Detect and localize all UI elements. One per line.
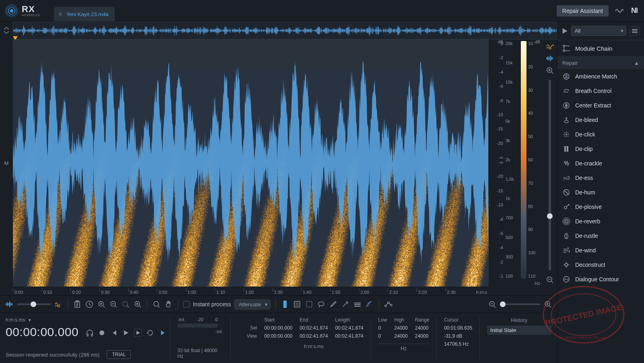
amplitude-scale: dB 0-2-4-6-8-10-15-20-∞ -∞-20-15-10-8-6-… — [489, 39, 505, 287]
module-breath-control[interactable]: Breath Control — [557, 84, 644, 98]
spectro-mode-icon[interactable] — [54, 300, 63, 309]
module-deconstruct[interactable]: Deconstruct — [557, 258, 644, 272]
module-de-hum[interactable]: De-hum — [557, 185, 644, 200]
module-de-rustle[interactable]: De-rustle — [557, 229, 644, 243]
loop-icon[interactable] — [146, 329, 154, 337]
transport-panel: h:m:s.ms ▼ 00:00:00.000 — [0, 313, 557, 363]
svg-rect-29 — [306, 301, 312, 307]
svg-rect-6 — [549, 57, 549, 60]
svg-rect-16 — [10, 303, 11, 306]
trial-button[interactable]: TRIAL — [107, 350, 131, 359]
module-de-clip[interactable]: De-clip — [557, 142, 644, 156]
skip-back-icon[interactable] — [110, 329, 118, 337]
mix-slider[interactable] — [17, 303, 51, 305]
cursor-info: Cursor 00:01:08.635 -31,9 dB 14706,5 Hz — [444, 317, 472, 359]
preview-play-icon[interactable] — [561, 28, 568, 34]
rect-select-tool-icon[interactable] — [293, 300, 301, 309]
svg-rect-17 — [12, 303, 12, 305]
logo-text-sub: ADVANCED — [22, 14, 40, 16]
module-de-reverb[interactable]: De-reverb — [557, 214, 644, 229]
record-icon[interactable] — [98, 329, 106, 337]
channel-label: M — [0, 39, 13, 287]
vertical-zoom-slider[interactable] — [549, 80, 551, 270]
headphone-icon[interactable] — [86, 329, 94, 337]
instant-process-mode-select[interactable]: Attenuate — [234, 299, 270, 309]
svg-rect-45 — [567, 146, 568, 152]
time-format-select[interactable]: h:m:s.ms — [6, 317, 25, 323]
hand-tool-icon[interactable] — [164, 300, 173, 309]
zoom-in-icon[interactable] — [97, 300, 106, 309]
rx-logo-icon — [5, 4, 19, 18]
close-icon[interactable]: ✕ — [58, 11, 63, 17]
brush-tool-icon[interactable] — [329, 300, 338, 309]
waveform-view-icon[interactable] — [545, 54, 554, 63]
svg-rect-9 — [552, 58, 553, 59]
zoom-fit-icon[interactable] — [133, 300, 142, 309]
instant-process-checkbox[interactable] — [183, 301, 190, 307]
zoom-selection-icon[interactable] — [121, 300, 130, 309]
svg-rect-28 — [295, 303, 299, 306]
clipboard-icon[interactable] — [73, 300, 82, 309]
module-de-wind[interactable]: De-wind — [557, 243, 644, 258]
time-select-tool-icon[interactable] — [281, 300, 289, 309]
module-ambience-match[interactable]: Ambience Match — [557, 69, 644, 84]
spectrogram-display[interactable] — [13, 39, 489, 287]
overview-toggle[interactable] — [0, 22, 13, 39]
module-center-extract[interactable]: Center Extract — [557, 98, 644, 113]
de-plosive-icon — [562, 203, 570, 211]
svg-rect-7 — [550, 56, 551, 61]
svg-point-36 — [99, 330, 104, 335]
zoom-in-vert-icon[interactable] — [545, 66, 554, 75]
wave-icon[interactable] — [614, 6, 624, 16]
zoom-in-h-icon[interactable] — [543, 300, 552, 309]
connect-points-icon[interactable] — [384, 300, 393, 309]
zoom-h-slider[interactable] — [500, 303, 540, 305]
repair-assistant-button[interactable]: Repair Assistant — [557, 5, 609, 16]
zoom-out-icon[interactable] — [109, 300, 118, 309]
overview-waveform[interactable] — [13, 22, 557, 39]
frequency-scale: 20k15k10k7k5k3k2k1,5k1k700500300100 — [505, 39, 519, 287]
svg-text:ss: ss — [563, 175, 568, 180]
zoom-out-h-icon[interactable] — [488, 300, 497, 309]
history-item[interactable]: Initial State — [487, 326, 551, 335]
module-de-crackle[interactable]: De-crackle — [557, 156, 644, 171]
file-tab[interactable]: ✕ Yeni Kayıt 23.m4a — [54, 7, 115, 21]
module-chain-button[interactable]: Module Chain — [557, 40, 644, 57]
ni-logo[interactable]: NI — [630, 6, 639, 16]
module-de-bleed[interactable]: De-bleed — [557, 113, 644, 127]
history-icon[interactable] — [85, 300, 94, 309]
search-icon[interactable] — [152, 300, 161, 309]
svg-point-49 — [565, 220, 568, 223]
module-de-plosive[interactable]: De-plosive — [557, 200, 644, 214]
feather-tool-icon[interactable] — [365, 300, 374, 309]
freq-select-tool-icon[interactable] — [305, 300, 314, 309]
module-de-ess[interactable]: ssDe-ess — [557, 171, 644, 185]
audio-format-label: 32-bit float | 48000 Hz — [178, 348, 223, 359]
history-panel: History Initial State — [487, 317, 551, 359]
lasso-tool-icon[interactable] — [317, 300, 326, 309]
zoom-out-vert-icon[interactable] — [545, 275, 554, 284]
waveform-spectro-toggle-icon[interactable] — [545, 42, 554, 51]
module-de-click[interactable]: De-click — [557, 127, 644, 142]
return-to-start-icon[interactable] — [158, 329, 166, 337]
svg-point-37 — [563, 45, 565, 47]
de-reverb-icon — [562, 217, 570, 225]
collapse-icon: ▲ — [634, 60, 639, 66]
svg-point-25 — [154, 301, 159, 306]
module-dialogue-contour[interactable]: Dialogue Contour — [557, 272, 644, 287]
de-ess-icon: ss — [562, 174, 570, 182]
play-icon[interactable] — [122, 329, 130, 337]
list-view-icon[interactable] — [630, 26, 640, 36]
de-rustle-icon — [562, 232, 570, 240]
app-logo: RX ADVANCED — [5, 4, 40, 18]
play-selection-icon[interactable] — [134, 329, 142, 337]
waveform-mode-icon[interactable] — [5, 300, 14, 309]
repair-section-header[interactable]: Repair ▲ — [557, 57, 644, 69]
svg-rect-8 — [551, 57, 552, 60]
module-filter-select[interactable]: All — [571, 26, 626, 36]
instant-process-label: Instant process — [193, 301, 231, 307]
harmonic-select-icon[interactable] — [353, 300, 362, 309]
selection-info: StartEndLength Sel00:00:00.00000:02:41.8… — [238, 317, 363, 359]
svg-rect-4 — [546, 58, 547, 59]
wand-tool-icon[interactable] — [341, 300, 350, 309]
